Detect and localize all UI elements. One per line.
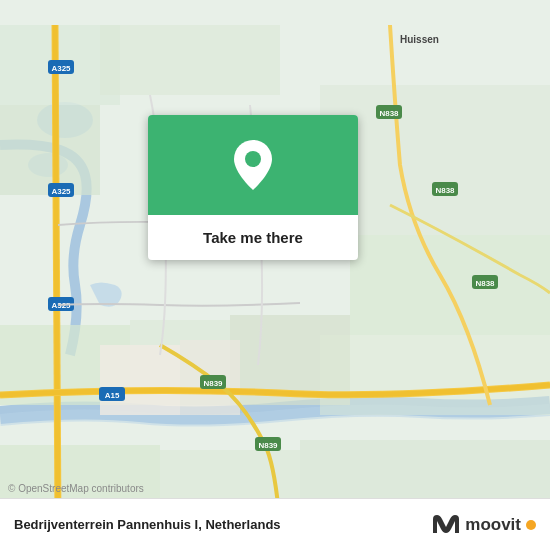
moovit-logo-icon [431,511,461,539]
svg-text:N838: N838 [435,186,455,195]
moovit-brand-text: moovit [465,515,521,535]
svg-text:A15: A15 [105,391,120,400]
svg-rect-11 [320,335,550,415]
svg-text:N838: N838 [379,109,399,118]
svg-text:N839: N839 [258,441,278,450]
svg-point-36 [245,151,261,167]
svg-text:N838: N838 [475,279,495,288]
svg-rect-10 [350,235,550,335]
svg-text:A325: A325 [51,64,71,73]
moovit-dot-icon [526,520,536,530]
svg-rect-5 [100,25,280,95]
svg-rect-15 [100,345,180,415]
svg-rect-4 [0,105,100,195]
svg-text:Huissen: Huissen [400,34,439,45]
moovit-logo: moovit [431,511,536,539]
location-pin-icon [234,140,272,190]
osm-credit: © OpenStreetMap contributors [8,483,144,494]
take-me-card: Take me there [148,115,358,260]
svg-text:N839: N839 [203,379,223,388]
svg-text:A325: A325 [51,187,71,196]
map-container: A325 A325 A325 A15 N838 N838 N838 N839 N… [0,0,550,550]
card-green-header [148,115,358,215]
location-info: Bedrijventerrein Pannenhuis I, Netherlan… [14,517,281,532]
location-name: Bedrijventerrein Pannenhuis I, Netherlan… [14,517,281,532]
card-button-section: Take me there [148,215,358,260]
take-me-there-button[interactable]: Take me there [168,227,338,248]
bottom-bar: Bedrijventerrein Pannenhuis I, Netherlan… [0,498,550,550]
